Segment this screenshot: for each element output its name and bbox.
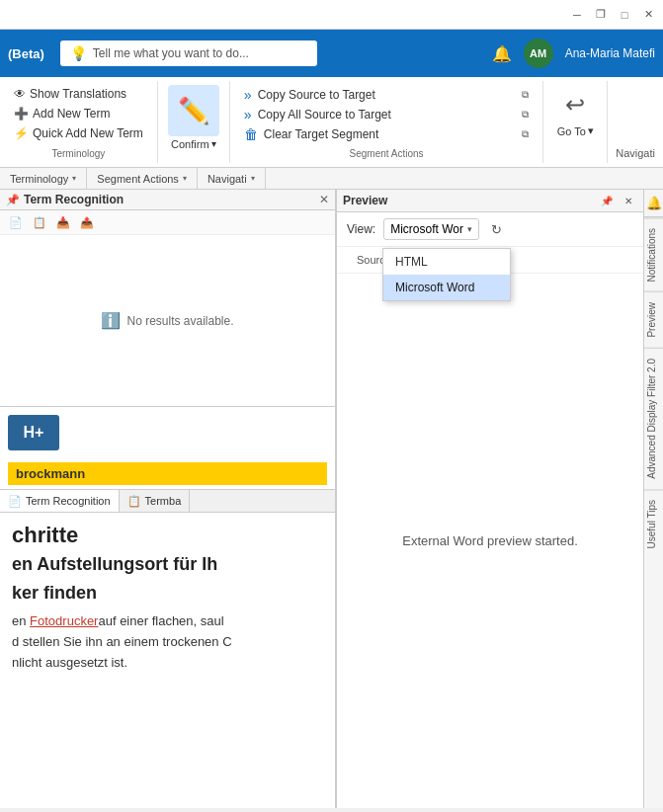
right-sidebar: 🔔 Notifications Preview Advanced Display… [643, 190, 663, 808]
brockmann-tag[interactable]: brockmann [8, 462, 327, 485]
confirm-button[interactable]: ✏️ [168, 85, 219, 136]
segment-expand-icon: ▾ [183, 174, 187, 183]
copy-all-source-button[interactable]: » Copy All Source to Target ⧉ [240, 105, 533, 124]
pin-icon[interactable]: 📌 [6, 194, 20, 206]
eye-icon: 👁 [14, 87, 26, 101]
view-row: View: Microsoft Wor ▾ ↻ HTML Microsoft W… [337, 212, 643, 247]
preview-sidebar-label[interactable]: Preview [644, 291, 663, 348]
notifications-label[interactable]: Notifications [644, 217, 663, 291]
segment-actions-bottom-label: Segment Actions [97, 173, 179, 185]
navigation-group: Navigati [608, 81, 663, 163]
lightbulb-icon: 💡 [70, 45, 87, 61]
goto-arrow-icon: ↩ [565, 91, 585, 119]
segment-actions-label: Segment Actions [240, 144, 533, 159]
clear-icon: 🗑 [244, 126, 258, 142]
title-bar: ─ ❐ □ ✕ [0, 0, 663, 30]
preview-pin-button[interactable]: 📌 [598, 193, 616, 208]
bottom-tabs: 📄 Term Recognition 📋 Termba [0, 489, 335, 513]
tool-btn-4[interactable]: 📤 [77, 213, 97, 231]
terminology-expand-icon: ▾ [72, 174, 76, 183]
terminology-bottom-label: Terminology [10, 173, 68, 185]
h-plus-button[interactable]: H+ [8, 415, 59, 450]
plus-icon: ➕ [14, 107, 29, 121]
preview-header: Preview 📌 ✕ [337, 190, 643, 212]
preview-panel: Preview 📌 ✕ View: Microsoft Wor ▾ ↻ HTML… [336, 190, 643, 808]
user-name: Ana-Maria Matefi [565, 46, 655, 60]
navigation-label: Navigati [616, 147, 655, 159]
navigation-bottom-group[interactable]: Navigati ▾ [198, 168, 266, 189]
minimize-button[interactable]: ─ [566, 4, 588, 26]
tell-me-text: Tell me what you want to do... [93, 46, 249, 60]
ribbon-bottom-bar: Terminology ▾ Segment Actions ▾ Navigati… [0, 168, 663, 190]
view-dropdown-menu: HTML Microsoft Word [382, 248, 511, 301]
copy-source-button[interactable]: » Copy Source to Target ⧉ [240, 85, 533, 105]
close-button[interactable]: ✕ [637, 4, 659, 26]
document-content: chritte en Aufstellungsort für Ih ker fi… [0, 513, 335, 808]
navigation-expand-icon: ▾ [251, 174, 255, 183]
quick-plus-icon: ⚡ [14, 126, 29, 140]
add-new-term-button[interactable]: ➕ Add New Term [10, 105, 114, 122]
preview-close-button[interactable]: ✕ [620, 193, 637, 208]
app-title: (Beta) [8, 46, 44, 61]
avatar[interactable]: AM [524, 39, 553, 68]
term-recognition-tab[interactable]: 📄 Term Recognition [0, 490, 120, 512]
tell-me-box[interactable]: 💡 Tell me what you want to do... [60, 41, 317, 66]
doc-subheading: en Aufstellungsort für Ih [12, 554, 323, 575]
dropdown-option-html[interactable]: HTML [383, 249, 510, 275]
bell-icon[interactable]: 🔔 [492, 44, 512, 63]
term-recognition-toolbar: 📄 📋 📥 📤 [0, 210, 335, 235]
view-label: View: [347, 222, 375, 236]
info-icon: ℹ️ [101, 311, 121, 330]
copy-all-side-icon: ⧉ [522, 109, 529, 121]
term-recognition-title: Term Recognition [24, 193, 124, 206]
confirm-group: ✏️ Confirm ▾ [158, 81, 230, 163]
ribbon: 👁 Show Translations ➕ Add New Term ⚡ Qui… [0, 77, 663, 168]
navigation-bottom-label: Navigati [207, 173, 247, 185]
show-translations-button[interactable]: 👁 Show Translations [10, 85, 130, 103]
doc-body-prefix: en [12, 613, 30, 628]
tool-btn-3[interactable]: 📥 [53, 213, 73, 231]
preview-title: Preview [343, 194, 387, 207]
tool-btn-2[interactable]: 📋 [30, 213, 49, 231]
useful-tips-label[interactable]: Useful Tips [644, 489, 663, 558]
advanced-filter-label[interactable]: Advanced Display Filter 2.0 [644, 348, 663, 489]
app-header: (Beta) 💡 Tell me what you want to do... … [0, 30, 663, 77]
dropdown-arrow-icon: ▾ [467, 224, 472, 234]
terminology-bottom-group[interactable]: Terminology ▾ [0, 168, 87, 189]
goto-group: ↩ Go To ▾ [543, 81, 608, 163]
doc-sub2: ker finden [12, 583, 323, 604]
main-content: 📌 Term Recognition ✕ 📄 📋 📥 📤 ℹ️ No resul… [0, 190, 663, 808]
doc-sidebar: H+ brockmann 📄 Term Recognition 📋 Termba… [0, 407, 335, 808]
refresh-button[interactable]: ↻ [487, 219, 507, 239]
restore-button[interactable]: ❐ [590, 4, 612, 26]
view-dropdown[interactable]: Microsoft Wor ▾ [383, 218, 479, 240]
confirm-label: Confirm [171, 138, 209, 150]
view-dropdown-text: Microsoft Wor [390, 222, 463, 236]
terminology-label: Terminology [10, 144, 147, 159]
doc-body-2: d stellen Sie ihn an einem trockenen C [12, 632, 323, 653]
termba-tab[interactable]: 📋 Termba [120, 490, 191, 512]
segment-actions-bottom-group[interactable]: Segment Actions ▾ [87, 168, 198, 189]
notifications-icon[interactable]: 🔔 [644, 190, 663, 217]
header-right: 🔔 AM Ana-Maria Matefi [492, 39, 655, 68]
maximize-button[interactable]: □ [614, 4, 635, 26]
goto-icon[interactable]: ↩ [555, 85, 595, 124]
no-results-text: No results available. [126, 314, 233, 328]
goto-label[interactable]: Go To ▾ [557, 124, 594, 137]
clear-target-button[interactable]: 🗑 Clear Target Segment ⧉ [240, 124, 533, 144]
quick-add-term-button[interactable]: ⚡ Quick Add New Term [10, 124, 147, 142]
term-recognition-body: ℹ️ No results available. [0, 235, 335, 406]
doc-heading: chritte [12, 523, 323, 548]
dropdown-option-word[interactable]: Microsoft Word [383, 275, 510, 300]
doc-body-3: nlicht ausgesetzt ist. [12, 653, 323, 674]
tool-btn-1[interactable]: 📄 [6, 213, 26, 231]
termba-tab-icon: 📋 [127, 495, 141, 508]
copy-all-icon: » [244, 107, 252, 122]
show-translations-group: 👁 Show Translations ➕ Add New Term ⚡ Qui… [0, 81, 158, 163]
clear-side-icon: ⧉ [522, 128, 529, 140]
confirm-dropdown-arrow[interactable]: ▾ [211, 138, 216, 149]
term-recognition-close[interactable]: ✕ [319, 193, 329, 206]
doc-body-text-1: auf einer flachen, saul [98, 613, 223, 628]
segment-actions-group: » Copy Source to Target ⧉ » Copy All Sou… [230, 81, 543, 163]
copy-source-side-icon: ⧉ [522, 89, 529, 101]
